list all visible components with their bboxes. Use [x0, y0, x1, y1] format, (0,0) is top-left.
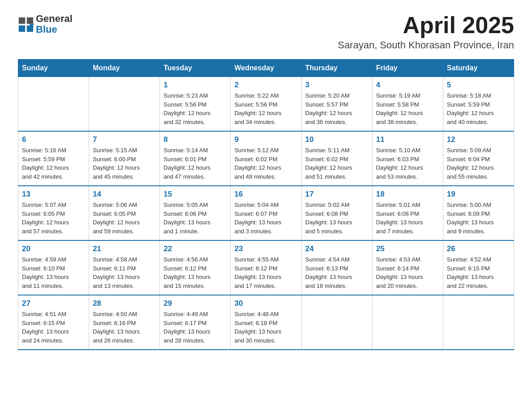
logo-text: General Blue	[36, 13, 73, 35]
day-info: Sunrise: 5:19 AMSunset: 5:58 PMDaylight:…	[376, 91, 439, 126]
day-info: Sunrise: 5:20 AMSunset: 5:57 PMDaylight:…	[305, 91, 369, 126]
day-info: Sunrise: 4:55 AMSunset: 6:12 PMDaylight:…	[234, 255, 297, 290]
day-info: Sunrise: 5:06 AMSunset: 6:05 PMDaylight:…	[93, 201, 156, 235]
day-info: Sunrise: 5:12 AMSunset: 6:02 PMDaylight:…	[234, 146, 297, 181]
page-subtitle: Sarayan, South Khorasan Province, Iran	[338, 39, 514, 51]
day-info: Sunrise: 5:23 AMSunset: 5:56 PMDaylight:…	[163, 91, 227, 126]
day-info: Sunrise: 4:59 AMSunset: 6:10 PMDaylight:…	[22, 255, 85, 290]
svg-rect-0	[19, 17, 25, 24]
calendar-header-row: Sunday Monday Tuesday Wednesday Thursday…	[18, 60, 514, 77]
page-title: April 2025	[338, 13, 514, 37]
day-info: Sunrise: 4:48 AMSunset: 6:18 PMDaylight:…	[234, 310, 297, 345]
day-number: 25	[376, 244, 439, 253]
col-monday: Monday	[89, 60, 160, 77]
day-number: 21	[93, 244, 156, 253]
col-friday: Friday	[372, 60, 443, 77]
calendar-cell: 7Sunrise: 5:15 AMSunset: 6:00 PMDaylight…	[89, 131, 160, 186]
calendar-week-row: 1Sunrise: 5:23 AMSunset: 5:56 PMDaylight…	[18, 77, 514, 132]
day-number: 28	[93, 299, 156, 308]
day-info: Sunrise: 5:04 AMSunset: 6:07 PMDaylight:…	[234, 201, 297, 235]
calendar-cell: 26Sunrise: 4:52 AMSunset: 6:15 PMDayligh…	[443, 240, 514, 295]
calendar-cell	[372, 295, 443, 350]
calendar-cell: 6Sunrise: 5:16 AMSunset: 5:59 PMDaylight…	[18, 131, 89, 186]
day-number: 8	[163, 135, 227, 144]
day-number: 11	[376, 135, 439, 144]
day-info: Sunrise: 4:54 AMSunset: 6:13 PMDaylight:…	[305, 255, 369, 290]
calendar-week-row: 6Sunrise: 5:16 AMSunset: 5:59 PMDaylight…	[18, 131, 514, 186]
day-number: 16	[234, 190, 297, 199]
day-number: 24	[305, 244, 369, 253]
calendar-cell: 2Sunrise: 5:22 AMSunset: 5:56 PMDaylight…	[231, 77, 301, 132]
day-info: Sunrise: 4:58 AMSunset: 6:11 PMDaylight:…	[93, 255, 156, 290]
calendar-cell: 8Sunrise: 5:14 AMSunset: 6:01 PMDaylight…	[160, 131, 231, 186]
day-info: Sunrise: 5:11 AMSunset: 6:02 PMDaylight:…	[305, 146, 369, 181]
title-block: April 2025 Sarayan, South Khorasan Provi…	[338, 13, 514, 51]
day-number: 23	[234, 244, 297, 253]
day-number: 6	[22, 135, 85, 144]
col-sunday: Sunday	[18, 60, 89, 77]
calendar-cell: 28Sunrise: 4:50 AMSunset: 6:16 PMDayligh…	[89, 295, 160, 350]
day-info: Sunrise: 4:52 AMSunset: 6:15 PMDaylight:…	[447, 255, 510, 290]
col-wednesday: Wednesday	[231, 60, 301, 77]
day-number: 10	[305, 135, 369, 144]
calendar-cell: 12Sunrise: 5:09 AMSunset: 6:04 PMDayligh…	[443, 131, 514, 186]
calendar-cell: 27Sunrise: 4:51 AMSunset: 6:15 PMDayligh…	[18, 295, 89, 350]
calendar-cell: 19Sunrise: 5:00 AMSunset: 6:09 PMDayligh…	[443, 186, 514, 240]
day-number: 4	[376, 81, 439, 90]
day-number: 26	[447, 244, 510, 253]
day-info: Sunrise: 4:53 AMSunset: 6:14 PMDaylight:…	[376, 255, 439, 290]
calendar-table: Sunday Monday Tuesday Wednesday Thursday…	[18, 59, 514, 350]
day-number: 2	[234, 81, 297, 90]
calendar-cell: 16Sunrise: 5:04 AMSunset: 6:07 PMDayligh…	[231, 186, 301, 240]
calendar-cell: 9Sunrise: 5:12 AMSunset: 6:02 PMDaylight…	[231, 131, 301, 186]
calendar-cell: 17Sunrise: 5:02 AMSunset: 6:08 PMDayligh…	[301, 186, 372, 240]
logo: General Blue	[18, 13, 73, 35]
calendar-cell: 24Sunrise: 4:54 AMSunset: 6:13 PMDayligh…	[301, 240, 372, 295]
calendar-week-row: 27Sunrise: 4:51 AMSunset: 6:15 PMDayligh…	[18, 295, 514, 350]
calendar-cell: 20Sunrise: 4:59 AMSunset: 6:10 PMDayligh…	[18, 240, 89, 295]
calendar-cell: 10Sunrise: 5:11 AMSunset: 6:02 PMDayligh…	[301, 131, 372, 186]
calendar-cell	[301, 295, 372, 350]
calendar-week-row: 20Sunrise: 4:59 AMSunset: 6:10 PMDayligh…	[18, 240, 514, 295]
col-thursday: Thursday	[301, 60, 372, 77]
day-info: Sunrise: 4:50 AMSunset: 6:16 PMDaylight:…	[93, 310, 156, 345]
calendar-cell: 18Sunrise: 5:01 AMSunset: 6:08 PMDayligh…	[372, 186, 443, 240]
calendar-cell: 14Sunrise: 5:06 AMSunset: 6:05 PMDayligh…	[89, 186, 160, 240]
col-tuesday: Tuesday	[160, 60, 231, 77]
page-header: General Blue April 2025 Sarayan, South K…	[18, 13, 514, 51]
logo-blue-text: Blue	[36, 24, 73, 35]
day-number: 30	[234, 299, 297, 308]
calendar-cell: 21Sunrise: 4:58 AMSunset: 6:11 PMDayligh…	[89, 240, 160, 295]
day-number: 12	[447, 135, 510, 144]
calendar-cell	[443, 295, 514, 350]
day-info: Sunrise: 4:49 AMSunset: 6:17 PMDaylight:…	[163, 310, 227, 345]
day-info: Sunrise: 5:07 AMSunset: 6:05 PMDaylight:…	[22, 201, 85, 235]
day-info: Sunrise: 5:18 AMSunset: 5:59 PMDaylight:…	[447, 91, 510, 126]
day-number: 29	[163, 299, 227, 308]
calendar-cell: 22Sunrise: 4:56 AMSunset: 6:12 PMDayligh…	[160, 240, 231, 295]
day-number: 27	[22, 299, 85, 308]
day-number: 17	[305, 190, 369, 199]
calendar-cell: 15Sunrise: 5:05 AMSunset: 6:06 PMDayligh…	[160, 186, 231, 240]
svg-rect-2	[19, 26, 25, 32]
day-info: Sunrise: 4:51 AMSunset: 6:15 PMDaylight:…	[22, 310, 85, 345]
calendar-week-row: 13Sunrise: 5:07 AMSunset: 6:05 PMDayligh…	[18, 186, 514, 240]
day-number: 22	[163, 244, 227, 253]
day-info: Sunrise: 4:56 AMSunset: 6:12 PMDaylight:…	[163, 255, 227, 290]
day-number: 13	[22, 190, 85, 199]
day-info: Sunrise: 5:15 AMSunset: 6:00 PMDaylight:…	[93, 146, 156, 181]
day-info: Sunrise: 5:05 AMSunset: 6:06 PMDaylight:…	[163, 201, 227, 235]
calendar-cell: 25Sunrise: 4:53 AMSunset: 6:14 PMDayligh…	[372, 240, 443, 295]
day-info: Sunrise: 5:00 AMSunset: 6:09 PMDaylight:…	[447, 201, 510, 235]
calendar-cell: 5Sunrise: 5:18 AMSunset: 5:59 PMDaylight…	[443, 77, 514, 132]
day-info: Sunrise: 5:14 AMSunset: 6:01 PMDaylight:…	[163, 146, 227, 181]
day-info: Sunrise: 5:02 AMSunset: 6:08 PMDaylight:…	[305, 201, 369, 235]
calendar-cell: 30Sunrise: 4:48 AMSunset: 6:18 PMDayligh…	[231, 295, 301, 350]
calendar-cell: 13Sunrise: 5:07 AMSunset: 6:05 PMDayligh…	[18, 186, 89, 240]
day-number: 19	[447, 190, 510, 199]
calendar-cell: 11Sunrise: 5:10 AMSunset: 6:03 PMDayligh…	[372, 131, 443, 186]
day-number: 1	[163, 81, 227, 90]
day-info: Sunrise: 5:09 AMSunset: 6:04 PMDaylight:…	[447, 146, 510, 181]
day-info: Sunrise: 5:01 AMSunset: 6:08 PMDaylight:…	[376, 201, 439, 235]
day-number: 18	[376, 190, 439, 199]
